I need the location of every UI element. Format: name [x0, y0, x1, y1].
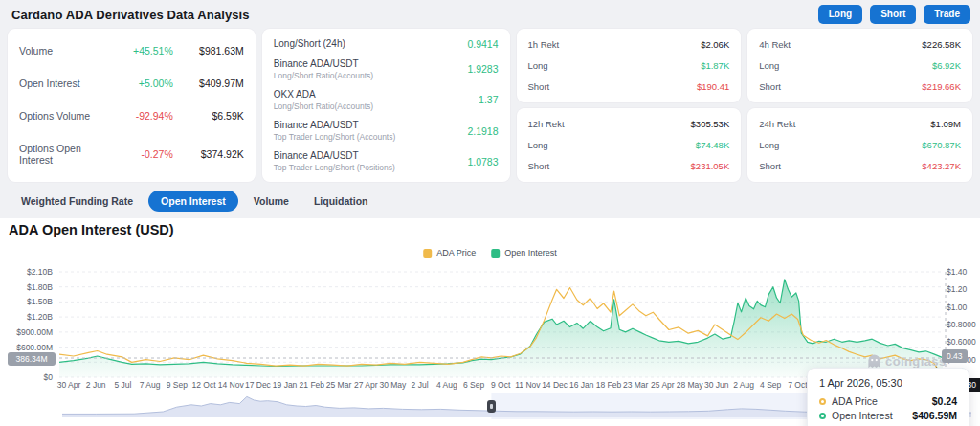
summary-cards: Volume +45.51% $981.63M Open Interest +5…	[8, 29, 972, 182]
tab-liquidation[interactable]: Liquidation	[304, 191, 378, 212]
x-axis-label: 30 Apr	[57, 380, 81, 390]
rekt-title: 24h Rekt	[759, 119, 795, 129]
ratio-sublabel: Long/Short Ratio(Accounts)	[274, 71, 468, 80]
ratio-row-top-trader-accounts: Binance ADA/USDT Top Trader Long/Short (…	[274, 120, 499, 142]
stat-row-volume: Volume +45.51% $981.63M	[19, 45, 244, 56]
rekt-short-label: Short	[759, 161, 781, 171]
rekt-column-2: 4h Rekt$226.58K Long$6.92K Short$219.66K…	[747, 29, 972, 182]
y-axis-right-label: $1.40	[947, 267, 967, 277]
x-axis-label: 23 Mar	[623, 380, 648, 390]
ratio-value: 0.9414	[467, 38, 498, 50]
derivatives-dashboard: Cardano ADA Derivatives Data Analysis Lo…	[0, 0, 980, 426]
header: Cardano ADA Derivatives Data Analysis Lo…	[0, 0, 980, 29]
stat-percent: -0.27%	[114, 148, 173, 160]
stat-row-open-interest: Open Interest +5.00% $409.97M	[19, 78, 244, 89]
stat-value: $409.97M	[173, 78, 244, 89]
header-buttons: Long Short Trade	[818, 5, 970, 24]
x-axis-label: 19 Jan	[273, 380, 298, 390]
navigator-left-handle[interactable]	[487, 400, 496, 413]
rekt-long-value: $1.87K	[701, 60, 729, 71]
x-axis-label: 30 May	[379, 380, 406, 390]
x-axis-label: 2 Aug	[733, 380, 754, 390]
rekt-1h-card: 1h Rekt$2.06K Long$1.87K Short$190.41	[517, 29, 742, 102]
y-axis-left-label: $1.50B	[27, 297, 53, 306]
x-axis-label: 12 Oct	[191, 380, 215, 390]
tooltip-row-open-interest: Open Interest $406.59M	[819, 410, 957, 421]
chart-section: ADA Open Interest (USD) ADA Price Open I…	[0, 218, 980, 426]
x-axis-label: 11 Nov	[515, 380, 540, 390]
y-axis-left-label: $900.00M	[16, 327, 53, 337]
coinglass-ghost-icon	[867, 354, 881, 369]
ratio-value: 2.1918	[467, 125, 498, 137]
stat-value: $6.59K	[173, 110, 244, 122]
stat-percent: -92.94%	[114, 110, 173, 122]
chart-tooltip: 1 Apr 2026, 05:30 ADA Price $0.24 Open I…	[807, 368, 969, 426]
rekt-12h-card: 12h Rekt$305.53K Long$74.48K Short$231.0…	[517, 108, 742, 182]
rekt-short-value: $190.41	[697, 81, 729, 92]
y-axis-right-label: $0.6000	[947, 337, 976, 347]
ratio-label: Binance ADA/USDT	[274, 150, 468, 161]
stat-value: $374.92K	[173, 148, 244, 160]
ada-price-dot-icon	[819, 398, 826, 405]
stat-label: Open Interest	[19, 78, 114, 89]
tab-volume[interactable]: Volume	[244, 191, 299, 212]
rekt-title: 1h Rekt	[528, 39, 560, 50]
stat-row-options-open-interest: Options Open Interest -0.27% $374.92K	[19, 143, 244, 166]
stat-value: $981.63M	[173, 45, 244, 56]
tooltip-label: Open Interest	[832, 410, 906, 421]
tooltip-date: 1 Apr 2026, 05:30	[819, 377, 957, 389]
y-axis-left-label: $1.20B	[27, 312, 53, 322]
rekt-long-value: $670.87K	[922, 140, 961, 150]
rekt-total: $2.06K	[701, 39, 729, 50]
y-axis-right-label: $1.20	[947, 284, 967, 294]
tab-open-interest[interactable]: Open Interest	[148, 191, 238, 212]
stat-label: Options Open Interest	[19, 143, 114, 166]
ratio-sublabel: Top Trader Long/Short (Positions)	[274, 163, 468, 172]
rekt-title: 4h Rekt	[759, 39, 791, 50]
tooltip-label: ADA Price	[832, 395, 926, 407]
stat-row-options-volume: Options Volume -92.94% $6.59K	[19, 110, 244, 122]
x-axis-label: 2 Jun	[86, 380, 106, 390]
ratio-row-binance-accounts: Binance ADA/USDT Long/Short Ratio(Accoun…	[274, 58, 499, 80]
x-axis-label: 25 Mar	[326, 380, 351, 390]
rekt-title: 12h Rekt	[528, 119, 565, 129]
x-axis-label: 9 Oct	[491, 380, 510, 390]
rekt-long-label: Long	[759, 140, 779, 150]
ratio-row-24h: Long/Short (24h) 0.9414	[274, 38, 499, 50]
x-axis-label: 7 Oct	[788, 380, 807, 390]
x-axis-label: 14 Dec	[542, 380, 568, 390]
x-axis-label: 9 Sep	[167, 380, 188, 390]
stat-percent: +45.51%	[114, 45, 173, 56]
rekt-short-label: Short	[759, 81, 781, 92]
long-button[interactable]: Long	[818, 5, 862, 24]
ratio-label: Long/Short (24h)	[274, 38, 468, 49]
ratio-row-top-trader-positions: Binance ADA/USDT Top Trader Long/Short (…	[274, 150, 499, 172]
x-axis-label: 16 Jan	[569, 380, 594, 390]
rekt-short-label: Short	[528, 161, 550, 171]
ratio-value: 1.0783	[467, 156, 498, 168]
x-axis-label: 21 Feb	[300, 380, 324, 390]
rekt-short-label: Short	[528, 81, 550, 92]
rekt-24h-card: 24h Rekt$1.09M Long$670.87K Short$423.27…	[747, 108, 972, 182]
rekt-short-value: $423.27K	[922, 161, 961, 171]
ratio-row-okx-accounts: OKX ADA Long/Short Ratio(Accounts) 1.37	[274, 89, 499, 111]
rekt-column-1: 1h Rekt$2.06K Long$1.87K Short$190.41 12…	[517, 29, 742, 182]
page-title: Cardano ADA Derivatives Data Analysis	[11, 8, 250, 22]
x-axis-label: 28 May	[677, 380, 703, 390]
rekt-4h-card: 4h Rekt$226.58K Long$6.92K Short$219.66K	[747, 29, 972, 102]
tab-weighted-funding-rate[interactable]: Weighted Funding Rate	[11, 191, 143, 212]
x-axis-label: 4 Sep	[760, 380, 781, 390]
rekt-long-label: Long	[528, 140, 548, 150]
chart-tabs: Weighted Funding Rate Open Interest Volu…	[11, 190, 972, 213]
x-axis-label: 27 Apr	[354, 380, 378, 390]
stat-percent: +5.00%	[114, 78, 173, 89]
volume-stats-card: Volume +45.51% $981.63M Open Interest +5…	[8, 29, 256, 182]
ratio-label: OKX ADA	[274, 89, 479, 100]
rekt-long-label: Long	[528, 60, 548, 71]
trade-button[interactable]: Trade	[924, 5, 970, 24]
stat-label: Options Volume	[19, 110, 114, 122]
tooltip-value: $406.59M	[912, 410, 957, 421]
x-axis-label: 17 Dec	[245, 380, 271, 390]
short-button[interactable]: Short	[870, 5, 916, 24]
x-axis-label: 2 Jul	[412, 380, 429, 390]
